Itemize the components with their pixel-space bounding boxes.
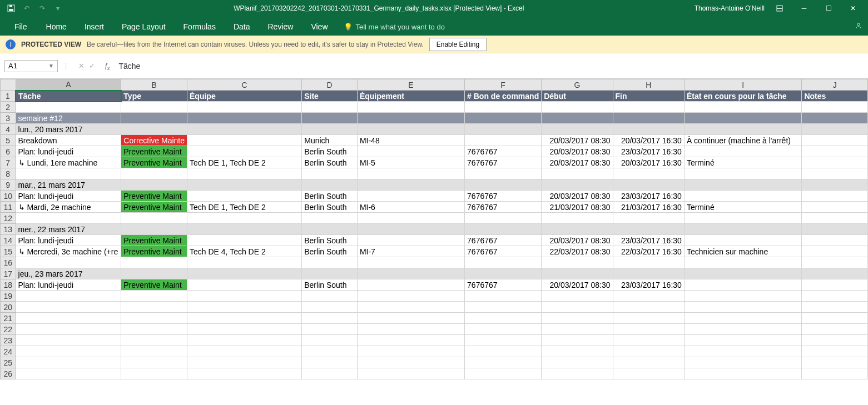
cell-E17[interactable]	[357, 268, 464, 279]
cell-J12[interactable]	[802, 213, 868, 224]
cell-I4[interactable]	[684, 124, 802, 135]
redo-icon[interactable]: ↷	[36, 2, 49, 14]
cell-A7[interactable]: ↳ Lundi, 1ere machine	[16, 157, 121, 168]
cell-E19[interactable]	[357, 291, 464, 302]
column-header-I[interactable]: I	[684, 79, 802, 91]
row-header-20[interactable]: 20	[1, 302, 16, 313]
cell-D7[interactable]: Berlin South	[302, 157, 358, 168]
cell-G21[interactable]	[542, 313, 613, 324]
accept-formula-icon[interactable]: ✓	[89, 62, 95, 70]
cell-G11[interactable]: 21/03/2017 08:30	[542, 202, 613, 213]
cell-H24[interactable]	[613, 346, 684, 357]
cell-F9[interactable]	[465, 179, 542, 191]
cell-B26[interactable]	[121, 368, 187, 379]
row-header-3[interactable]: 3	[1, 113, 16, 124]
cell-J4[interactable]	[802, 124, 868, 135]
cell-E5[interactable]: MI-48	[357, 135, 464, 146]
cell-E3[interactable]	[357, 113, 464, 124]
row-header-10[interactable]: 10	[1, 191, 16, 202]
cell-F8[interactable]	[465, 168, 542, 179]
row-header-23[interactable]: 23	[1, 335, 16, 346]
cell-I7[interactable]: Terminé	[684, 157, 802, 168]
cell-H6[interactable]: 23/03/2017 16:30	[613, 146, 684, 157]
cell-C15[interactable]: Tech DE 4, Tech DE 2	[187, 246, 302, 257]
cell-E13[interactable]	[357, 224, 464, 235]
cell-B4[interactable]	[121, 124, 187, 135]
cell-F23[interactable]	[465, 335, 542, 346]
cell-I9[interactable]	[684, 179, 802, 191]
cell-I20[interactable]	[684, 302, 802, 313]
cell-I22[interactable]	[684, 324, 802, 335]
cell-C4[interactable]	[187, 124, 302, 135]
cell-F4[interactable]	[465, 124, 542, 135]
cell-E24[interactable]	[357, 346, 464, 357]
cell-E12[interactable]	[357, 213, 464, 224]
cell-C22[interactable]	[187, 324, 302, 335]
save-icon[interactable]	[4, 2, 18, 14]
cell-D25[interactable]	[302, 357, 358, 368]
cell-H8[interactable]	[613, 168, 684, 179]
cell-J8[interactable]	[802, 168, 868, 179]
cell-H15[interactable]: 22/03/2017 16:30	[613, 246, 684, 257]
row-header-19[interactable]: 19	[1, 291, 16, 302]
cell-A11[interactable]: ↳ Mardi, 2e machine	[16, 202, 121, 213]
cell-D5[interactable]: Munich	[302, 135, 358, 146]
cell-J21[interactable]	[802, 313, 868, 324]
cell-F22[interactable]	[465, 324, 542, 335]
cell-B12[interactable]	[121, 213, 187, 224]
cell-H2[interactable]	[613, 102, 684, 113]
cell-C16[interactable]	[187, 257, 302, 268]
tab-home[interactable]: Home	[37, 18, 76, 36]
cell-D8[interactable]	[302, 168, 358, 179]
cell-D13[interactable]	[302, 224, 358, 235]
cell-B5[interactable]: Corrective Mainte	[121, 135, 187, 146]
cell-D26[interactable]	[302, 368, 358, 379]
cell-A8[interactable]	[16, 168, 121, 179]
cell-E18[interactable]	[357, 279, 464, 291]
cell-C7[interactable]: Tech DE 1, Tech DE 2	[187, 157, 302, 168]
tab-insert[interactable]: Insert	[76, 18, 113, 36]
cell-A6[interactable]: Plan: lundi-jeudi	[16, 146, 121, 157]
cell-F11[interactable]: 7676767	[465, 202, 542, 213]
cell-B22[interactable]	[121, 324, 187, 335]
cell-C19[interactable]	[187, 291, 302, 302]
cell-G13[interactable]	[542, 224, 613, 235]
cell-G24[interactable]	[542, 346, 613, 357]
cell-A14[interactable]: Plan: lundi-jeudi	[16, 235, 121, 246]
cell-E10[interactable]	[357, 191, 464, 202]
minimize-icon[interactable]: ─	[795, 0, 814, 17]
row-header-11[interactable]: 11	[1, 202, 16, 213]
column-header-B[interactable]: B	[121, 79, 187, 91]
cell-J13[interactable]	[802, 224, 868, 235]
cell-F24[interactable]	[465, 346, 542, 357]
cell-C3[interactable]	[187, 113, 302, 124]
cell-A10[interactable]: Plan: lundi-jeudi	[16, 191, 121, 202]
cell-J20[interactable]	[802, 302, 868, 313]
cell-G19[interactable]	[542, 291, 613, 302]
maximize-icon[interactable]: ☐	[819, 0, 838, 17]
cell-F18[interactable]: 7676767	[465, 279, 542, 291]
formula-input[interactable]	[115, 60, 864, 72]
row-header-8[interactable]: 8	[1, 168, 16, 179]
cancel-formula-icon[interactable]: ✕	[78, 62, 85, 70]
cell-D2[interactable]	[302, 102, 358, 113]
row-header-26[interactable]: 26	[1, 368, 16, 379]
cell-E26[interactable]	[357, 368, 464, 379]
cell-F1[interactable]: # Bon de command	[465, 91, 542, 102]
row-header-12[interactable]: 12	[1, 213, 16, 224]
column-header-D[interactable]: D	[302, 79, 358, 91]
cell-F20[interactable]	[465, 302, 542, 313]
cell-H19[interactable]	[613, 291, 684, 302]
cell-I8[interactable]	[684, 168, 802, 179]
cell-E6[interactable]	[357, 146, 464, 157]
cell-J19[interactable]	[802, 291, 868, 302]
cell-C9[interactable]	[187, 179, 302, 191]
tab-page-layout[interactable]: Page Layout	[113, 18, 175, 36]
cell-F26[interactable]	[465, 368, 542, 379]
cell-A26[interactable]	[16, 368, 121, 379]
cell-D12[interactable]	[302, 213, 358, 224]
cell-B25[interactable]	[121, 357, 187, 368]
cell-G20[interactable]	[542, 302, 613, 313]
cell-G16[interactable]	[542, 257, 613, 268]
cell-A18[interactable]: Plan: lundi-jeudi	[16, 279, 121, 291]
